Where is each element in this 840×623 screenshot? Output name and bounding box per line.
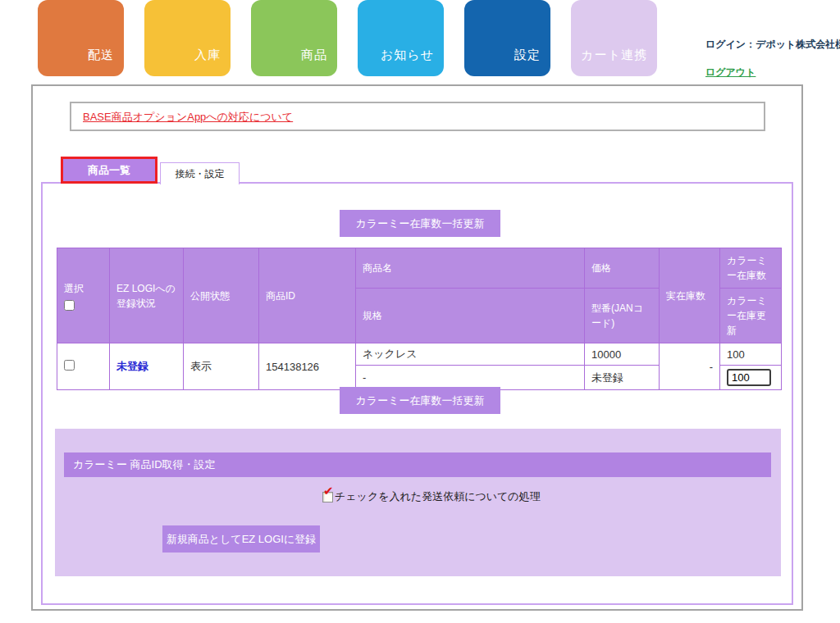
tab-connection-settings[interactable]: 接続・設定 [160,162,240,184]
col-header-select-label: 選択 [64,283,84,294]
row-product-name-cell: ネックレス [356,343,585,366]
nav-tile-products[interactable]: 商品 [251,0,337,76]
notice-link[interactable]: BASE商品オプションAppへの対応について [83,110,293,125]
nav-tile-delivery[interactable]: 配送 [38,0,124,76]
nav-tile-settings[interactable]: 設定 [464,0,550,76]
main-content-box: BASE商品オプションAppへの対応について 商品一覧 接続・設定 カラーミー在… [31,84,803,611]
nav-tile-cart-link[interactable]: カート連携 [571,0,657,76]
nav-tile-label: 入庫 [194,48,221,63]
register-new-product-button[interactable]: 新規商品としてEZ LOGIに登録 [162,525,320,553]
tab-product-list[interactable]: 商品一覧 [61,157,158,184]
logout-link[interactable]: ログアウト [705,66,756,80]
col-header-colorme-stock: カラーミー在庫数 [720,248,782,289]
col-header-select: 選択 [57,248,110,343]
nav-tile-label: 設定 [514,48,541,63]
row-select-cell [57,343,110,390]
nav-tile-label: お知らせ [381,48,434,63]
product-list-panel: カラーミー在庫数一括更新 選択 EZ LOGIへの登録状況 公開状態 商品ID … [41,182,793,605]
row-select-checkbox[interactable] [64,360,75,371]
nav-tile-inbound[interactable]: 入庫 [144,0,231,76]
notice-box: BASE商品オプションAppへの対応について [70,102,765,131]
row-price-cell: 10000 [585,343,660,366]
bulk-update-stock-button-bottom[interactable]: カラーミー在庫数一括更新 [340,387,500,414]
product-table: 選択 EZ LOGIへの登録状況 公開状態 商品ID 商品名 価格 実在庫数 カ… [57,248,782,390]
col-header-product-id: 商品ID [259,248,356,343]
login-user-text: ログイン：デポット株式会社様 [705,38,840,52]
shipping-process-checkbox-label: チェックを入れた発送依頼についての処理 [335,489,541,504]
nav-tile-label: カート連携 [581,48,647,63]
nav-tile-news[interactable]: お知らせ [358,0,444,76]
nav-tile-label: 配送 [88,48,114,63]
col-header-product-name: 商品名 [356,248,585,289]
red-check-icon: ✔ [323,484,334,497]
row-stock-update-cell [720,366,782,390]
row-actual-stock-cell: - [660,343,720,390]
top-navigation: 配送 入庫 商品 お知らせ 設定 カート連携 [38,0,657,76]
row-spec-cell: - [356,366,585,390]
section-header: カラーミー 商品ID取得・設定 [64,452,771,477]
nav-tile-label: 商品 [301,48,327,63]
col-header-ez-logi: EZ LOGIへの登録状況 [110,248,184,343]
row-model-jan-cell: 未登録 [585,366,660,390]
shipping-process-check-row: ✔ チェックを入れた発送依頼についての処理 [322,489,541,504]
row-colorme-stock-cell: 100 [720,343,782,366]
col-header-spec: 規格 [356,289,585,343]
row-product-id-cell: 154138126 [259,343,356,390]
row-ez-logi-cell: 未登録 [110,343,184,390]
page: 配送 入庫 商品 お知らせ 設定 カート連携 ログイン：デポット株式会社様 ログ… [0,0,840,623]
select-all-checkbox[interactable] [64,300,75,311]
row-public-status-cell: 表示 [184,343,259,390]
col-header-public-status: 公開状態 [184,248,259,343]
col-header-colorme-stock-update: カラーミー在庫更新 [720,289,782,343]
col-header-model-jan: 型番(JANコード) [585,289,660,343]
colorme-stock-update-input[interactable] [727,369,771,386]
col-header-actual-stock: 実在庫数 [660,248,720,343]
col-header-price: 価格 [585,248,660,289]
login-block: ログイン：デポット株式会社様 ログアウト [705,38,840,80]
colorme-id-section: カラーミー 商品ID取得・設定 ✔ チェックを入れた発送依頼についての処理 新規… [55,429,781,576]
table-row: 未登録 表示 154138126 ネックレス 10000 - 100 [57,343,782,366]
bulk-update-stock-button-top[interactable]: カラーミー在庫数一括更新 [340,210,500,237]
shipping-process-checkbox[interactable]: ✔ [322,492,333,502]
ez-logi-status-link[interactable]: 未登録 [116,360,148,372]
